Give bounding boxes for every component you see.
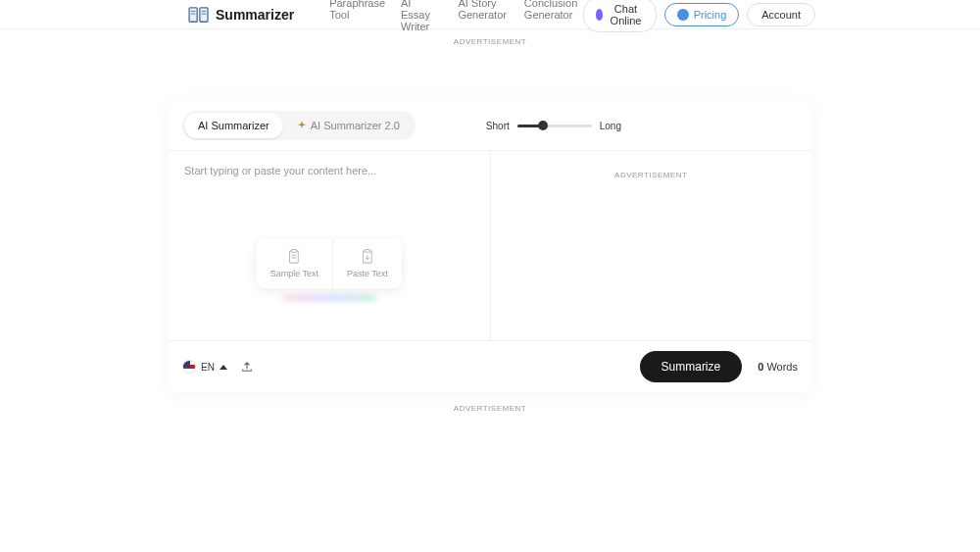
- nav-links: Paraphrase Tool AI Essay Writer AI Story…: [329, 0, 583, 32]
- chat-online-button[interactable]: Chat Online: [583, 0, 657, 32]
- slider-track[interactable]: [517, 125, 592, 127]
- word-count: 0 Words: [758, 361, 798, 373]
- output-pane: ADVERTISEMENT: [491, 151, 812, 340]
- header-right: Chat Online Pricing Account: [583, 0, 815, 32]
- pricing-label: Pricing: [694, 9, 727, 21]
- input-placeholder: Start typing or paste your content here.…: [169, 151, 490, 190]
- chat-icon: [596, 9, 604, 21]
- lang-code: EN: [201, 362, 215, 373]
- sample-text-label: Sample Text: [270, 269, 318, 278]
- word-count-number: 0: [758, 361, 763, 373]
- summarize-button[interactable]: Summarize: [640, 351, 743, 382]
- header: Summarizer Paraphrase Tool AI Essay Writ…: [0, 0, 980, 29]
- language-selector[interactable]: EN: [182, 360, 227, 374]
- length-slider: Short Long: [486, 121, 621, 131]
- summarizer-logo-icon: [188, 6, 210, 24]
- slider-long-label: Long: [600, 121, 621, 131]
- upload-icon[interactable]: [241, 361, 253, 373]
- svg-rect-11: [365, 250, 369, 253]
- input-actions: Sample Text Paste Text: [257, 239, 402, 288]
- sparkle-icon: [297, 121, 307, 130]
- nav-story[interactable]: AI Story Generator: [458, 0, 508, 32]
- tab-summarizer[interactable]: AI Summarizer: [184, 113, 283, 138]
- ad-label-top: ADVERTISEMENT: [0, 37, 980, 46]
- tabs-group: AI Summarizer AI Summarizer 2.0: [182, 111, 416, 140]
- pricing-button[interactable]: Pricing: [664, 3, 740, 26]
- nav-conclusion[interactable]: Conclusion Generator: [524, 0, 583, 32]
- logo-text: Summarizer: [216, 7, 294, 23]
- paste-text-button[interactable]: Paste Text: [333, 239, 402, 288]
- tab-summarizer-label: AI Summarizer: [198, 120, 270, 131]
- tab-summarizer-2[interactable]: AI Summarizer 2.0: [283, 113, 414, 138]
- slider-thumb[interactable]: [538, 121, 548, 130]
- svg-rect-0: [189, 7, 197, 21]
- paste-icon: [361, 249, 374, 265]
- nav-paraphrase[interactable]: Paraphrase Tool: [329, 0, 385, 32]
- bottom-bar: EN Summarize 0 Words: [169, 340, 811, 392]
- clipboard-icon: [287, 249, 301, 265]
- paste-text-label: Paste Text: [347, 269, 388, 278]
- chevron-up-icon: [220, 365, 227, 370]
- input-pane[interactable]: Start typing or paste your content here.…: [169, 151, 491, 340]
- tabs-row: AI Summarizer AI Summarizer 2.0 Short Lo…: [169, 101, 811, 150]
- tab-summarizer-2-label: AI Summarizer 2.0: [311, 120, 400, 131]
- svg-rect-1: [200, 7, 208, 21]
- sample-text-button[interactable]: Sample Text: [257, 239, 333, 288]
- word-count-label: Words: [766, 361, 798, 373]
- gradient-decoration: [282, 296, 376, 300]
- content-area: Start typing or paste your content here.…: [169, 150, 811, 340]
- pricing-icon: [677, 9, 689, 21]
- account-button[interactable]: Account: [747, 3, 815, 26]
- flag-icon: [182, 360, 196, 374]
- main-container: AI Summarizer AI Summarizer 2.0 Short Lo…: [169, 101, 811, 392]
- svg-rect-7: [292, 250, 297, 253]
- slider-short-label: Short: [486, 121, 510, 131]
- ad-label-output: ADVERTISEMENT: [491, 171, 812, 179]
- ad-label-bottom: ADVERTISEMENT: [0, 404, 980, 413]
- nav-essay[interactable]: AI Essay Writer: [401, 0, 442, 32]
- logo[interactable]: Summarizer: [188, 6, 294, 24]
- chat-label: Chat Online: [608, 3, 643, 26]
